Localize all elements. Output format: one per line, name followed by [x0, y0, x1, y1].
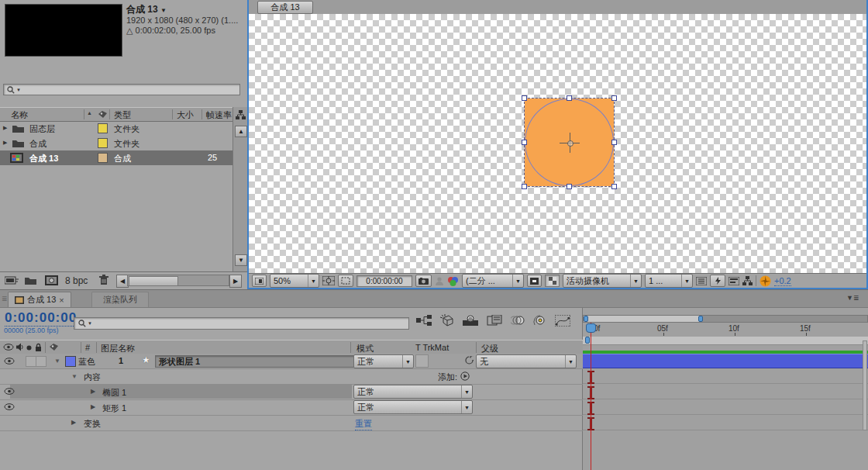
fast-previews-icon[interactable]: [710, 275, 725, 287]
h-scrollbar-thumb[interactable]: [129, 276, 178, 286]
column-type[interactable]: 类型: [114, 109, 131, 121]
transform-label[interactable]: 变换: [84, 418, 101, 430]
contents-label[interactable]: 内容: [84, 372, 101, 383]
chevron-down-icon[interactable]: ▼: [160, 7, 167, 14]
selection-handle[interactable]: [611, 95, 617, 101]
new-composition-icon[interactable]: [45, 275, 58, 285]
comp-mini-flowchart-icon[interactable]: [416, 315, 432, 326]
column-number[interactable]: #: [85, 343, 90, 352]
project-item-comps-folder[interactable]: ▶ 合成 文件夹: [0, 136, 232, 150]
label-column-icon[interactable]: [49, 343, 59, 351]
selection-handle[interactable]: [611, 140, 617, 145]
selection-handle[interactable]: [567, 184, 572, 189]
resolution-dropdown[interactable]: (二分 ...▼: [462, 274, 524, 288]
solo-toggle-cell[interactable]: [36, 356, 46, 367]
expand-arrow-icon[interactable]: ▶: [3, 125, 7, 131]
scroll-right-icon[interactable]: ▶: [229, 275, 242, 288]
column-trkmat[interactable]: T TrkMat: [415, 343, 449, 352]
project-search-input[interactable]: ▼: [3, 84, 240, 95]
ellipse-group-row[interactable]: ▶ 椭圆 1 正常▼: [0, 384, 583, 400]
view-layout-dropdown[interactable]: 1 ...▼: [645, 274, 693, 288]
trkmat-cell[interactable]: [415, 354, 429, 368]
timeline-search-input[interactable]: ▼: [74, 317, 409, 330]
eye-icon[interactable]: [4, 358, 15, 365]
parent-dropdown[interactable]: 无▼: [476, 354, 577, 368]
draft-3d-icon[interactable]: [440, 314, 454, 327]
twirl-right-icon[interactable]: ▶: [91, 388, 95, 395]
twirl-down-icon[interactable]: ▼: [71, 373, 78, 380]
region-of-interest-icon[interactable]: [338, 275, 353, 287]
column-size[interactable]: 大小: [177, 109, 194, 121]
panel-grip-icon[interactable]: ≣: [2, 295, 8, 302]
layer-row-shape-layer-1[interactable]: ▼ 蓝色 1 ★ 形状图层 1 正常▼ 无▼: [0, 354, 583, 369]
label-swatch[interactable]: [98, 153, 108, 163]
pixel-aspect-correction-icon[interactable]: [696, 277, 707, 285]
transparency-grid-icon[interactable]: [545, 275, 560, 287]
column-name[interactable]: 名称: [11, 109, 28, 121]
twirl-down-icon[interactable]: ▼: [54, 358, 60, 365]
viewer-tab-comp13[interactable]: 合成 13: [257, 1, 313, 14]
show-snapshot-icon[interactable]: [435, 276, 444, 285]
column-layer-name[interactable]: 图层名称: [101, 343, 135, 354]
timeline-navigator-track[interactable]: [583, 315, 868, 323]
timeline-v-scrollbar[interactable]: [863, 340, 867, 430]
column-fps[interactable]: 帧速率: [206, 109, 232, 121]
new-folder-icon[interactable]: [25, 276, 36, 285]
navigator-handle-left[interactable]: [584, 316, 588, 322]
motion-blur-icon[interactable]: [511, 315, 525, 326]
trash-icon[interactable]: [99, 275, 108, 285]
layer-mode-dropdown[interactable]: 正常▼: [353, 354, 414, 368]
column-mode[interactable]: 模式: [356, 343, 374, 354]
project-item-comp13[interactable]: 合成 13 合成 25: [0, 150, 232, 165]
tab-comp13[interactable]: 合成 13 ×: [8, 292, 71, 307]
layer-duration-bar[interactable]: [583, 354, 868, 368]
frame-blending-icon[interactable]: [487, 315, 502, 327]
region-render-icon[interactable]: [527, 275, 542, 287]
timeline-toggle-icon[interactable]: [728, 277, 739, 285]
viewer-timecode[interactable]: 0:00:00:00: [356, 275, 412, 287]
search-options-icon[interactable]: ▼: [88, 321, 92, 326]
snapshot-camera-icon[interactable]: [415, 275, 432, 287]
ellipse-mode-dropdown[interactable]: 正常▼: [353, 385, 473, 399]
navigator-handle-right[interactable]: [698, 316, 703, 322]
scroll-down-icon[interactable]: ▼: [235, 254, 247, 266]
magnification-dropdown[interactable]: 50%▼: [270, 274, 319, 288]
scroll-up-icon[interactable]: ▲: [235, 126, 247, 137]
ellipse-label[interactable]: 椭圆 1: [102, 387, 126, 399]
shape-layer-square[interactable]: [525, 98, 614, 186]
camera-view-dropdown[interactable]: 活动摄像机▼: [563, 274, 642, 288]
composition-canvas[interactable]: [249, 14, 866, 273]
work-area-start-handle[interactable]: [585, 337, 590, 344]
panel-menu-icon[interactable]: ▼≣: [846, 294, 859, 302]
layer-label-swatch[interactable]: [65, 356, 76, 367]
selection-handle[interactable]: [522, 95, 527, 101]
column-parent[interactable]: 父级: [481, 343, 498, 354]
navigator-view-region[interactable]: [584, 316, 702, 322]
exposure-aperture-icon[interactable]: [760, 275, 771, 287]
bit-depth-button[interactable]: 8 bpc: [65, 275, 88, 286]
selection-handle[interactable]: [567, 95, 572, 101]
label-swatch[interactable]: [98, 123, 108, 133]
audio-toggle-cell[interactable]: [26, 356, 36, 367]
exposure-value[interactable]: +0.2: [774, 276, 791, 286]
current-time-indicator-head[interactable]: [586, 323, 596, 333]
h-scrollbar-track[interactable]: [127, 275, 229, 286]
work-area-bar[interactable]: [583, 337, 868, 345]
flowchart-icon[interactable]: [236, 110, 246, 120]
selection-handle[interactable]: [611, 184, 617, 189]
layer-name-field[interactable]: 形状图层 1: [155, 355, 356, 368]
twirl-right-icon[interactable]: ▶: [91, 403, 95, 410]
eye-icon[interactable]: [4, 388, 15, 395]
shy-layers-icon[interactable]: [463, 315, 478, 326]
eye-icon[interactable]: [4, 403, 15, 410]
search-options-icon[interactable]: ▼: [16, 88, 21, 92]
comp-flowchart-icon[interactable]: [742, 276, 753, 286]
current-time-display[interactable]: 0:00:00:00: [5, 310, 77, 327]
safe-margins-icon[interactable]: [322, 276, 335, 285]
graph-editor-icon[interactable]: [555, 315, 570, 327]
rectangle-mode-dropdown[interactable]: 正常▼: [353, 400, 473, 414]
auto-keyframe-icon[interactable]: [533, 315, 546, 327]
pickwhip-icon[interactable]: [465, 356, 474, 365]
transform-group-row[interactable]: ▶ 变换 重置: [0, 415, 583, 431]
always-preview-icon[interactable]: [252, 275, 267, 287]
